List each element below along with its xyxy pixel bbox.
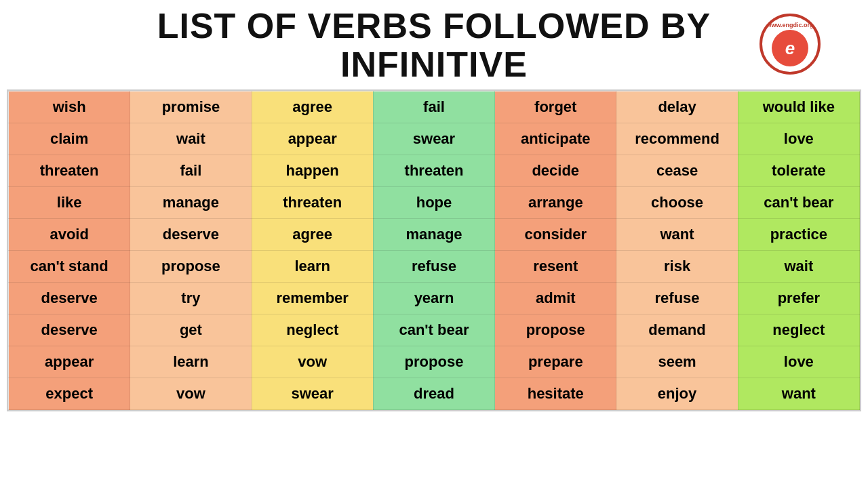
table-cell: threaten [9, 155, 130, 187]
logo-text-top: www.engdic.org [766, 22, 813, 28]
table-cell: anticipate [495, 123, 616, 155]
table-cell: get [130, 314, 252, 346]
table-cell: refuse [373, 251, 494, 283]
table-cell: forget [495, 92, 616, 123]
table-cell: love [738, 346, 859, 378]
table-cell: promise [130, 92, 252, 123]
table-cell: risk [616, 251, 738, 283]
table-cell: agree [252, 92, 373, 123]
table-cell: learn [252, 251, 373, 283]
table-cell: fail [373, 92, 494, 123]
table-cell: recommend [616, 123, 738, 155]
table-cell: consider [495, 219, 616, 251]
table-cell: vow [130, 378, 252, 410]
table-cell: try [130, 283, 252, 314]
table-cell: threaten [252, 187, 373, 219]
title-area: LIST OF VERBS FOLLOWED BY INFINITIVE www… [7, 7, 861, 84]
table-cell: deserve [9, 283, 130, 314]
table-cell: neglect [738, 314, 859, 346]
logo-inner: e [772, 30, 808, 66]
table-cell: manage [373, 219, 494, 251]
table-row: likemanagethreatenhopearrangechoosecan't… [9, 187, 860, 219]
table-cell: happen [252, 155, 373, 187]
table-cell: claim [9, 123, 130, 155]
table-cell: seem [616, 346, 738, 378]
table-cell: appear [252, 123, 373, 155]
table-cell: prepare [495, 346, 616, 378]
table-row: deservegetneglectcan't bearproposedemand… [9, 314, 860, 346]
table-cell: yearn [373, 283, 494, 314]
table-row: appearlearnvowproposeprepareseemlove [9, 346, 860, 378]
table-cell: manage [130, 187, 252, 219]
table-cell: dread [373, 378, 494, 410]
table-cell: wait [738, 251, 859, 283]
table-row: threatenfailhappenthreatendecideceasetol… [9, 155, 860, 187]
table-row: expectvowsweardreadhesitateenjoywant [9, 378, 860, 410]
table-row: claimwaitappearswearanticipaterecommendl… [9, 123, 860, 155]
table-cell: hesitate [495, 378, 616, 410]
table-cell: tolerate [738, 155, 859, 187]
table-row: wishpromiseagreefailforgetdelaywould lik… [9, 92, 860, 123]
table-cell: can't bear [738, 187, 859, 219]
table-cell: neglect [252, 314, 373, 346]
title-line2-text: INFINITIVE [340, 45, 528, 84]
table-cell: want [616, 219, 738, 251]
table-cell: demand [616, 314, 738, 346]
table-cell: propose [130, 251, 252, 283]
table-cell: can't stand [9, 251, 130, 283]
table-cell: avoid [9, 219, 130, 251]
table-cell: cease [616, 155, 738, 187]
table-cell: would like [738, 92, 859, 123]
table-row: avoiddeserveagreemanageconsiderwantpract… [9, 219, 860, 251]
table-cell: prefer [738, 283, 859, 314]
logo-badge: www.engdic.org e [760, 14, 821, 75]
table-cell: decide [495, 155, 616, 187]
table-row: can't standproposelearnrefuseresentriskw… [9, 251, 860, 283]
title-line2: INFINITIVE [7, 45, 861, 84]
table-cell: swear [252, 378, 373, 410]
table-cell: wait [130, 123, 252, 155]
verbs-table: wishpromiseagreefailforgetdelaywould lik… [8, 91, 860, 410]
table-cell: wish [9, 92, 130, 123]
table-cell: propose [495, 314, 616, 346]
table-cell: deserve [130, 219, 252, 251]
main-title: LIST OF VERBS FOLLOWED BY INFINITIVE [7, 7, 861, 84]
table-cell: arrange [495, 187, 616, 219]
table-cell: appear [9, 346, 130, 378]
logo-letter: e [785, 38, 795, 59]
table-cell: deserve [9, 314, 130, 346]
table-container: wishpromiseagreefailforgetdelaywould lik… [7, 89, 861, 411]
table-cell: admit [495, 283, 616, 314]
table-cell: want [738, 378, 859, 410]
table-cell: expect [9, 378, 130, 410]
table-cell: swear [373, 123, 494, 155]
table-cell: threaten [373, 155, 494, 187]
table-cell: love [738, 123, 859, 155]
table-cell: vow [252, 346, 373, 378]
table-cell: enjoy [616, 378, 738, 410]
table-cell: practice [738, 219, 859, 251]
table-cell: hope [373, 187, 494, 219]
table-cell: fail [130, 155, 252, 187]
table-cell: delay [616, 92, 738, 123]
table-cell: learn [130, 346, 252, 378]
table-cell: refuse [616, 283, 738, 314]
table-cell: resent [495, 251, 616, 283]
table-cell: choose [616, 187, 738, 219]
table-cell: remember [252, 283, 373, 314]
table-cell: agree [252, 219, 373, 251]
title-line1: LIST OF VERBS FOLLOWED BY [7, 7, 861, 45]
table-cell: like [9, 187, 130, 219]
page-wrapper: LIST OF VERBS FOLLOWED BY INFINITIVE www… [0, 0, 868, 418]
table-cell: can't bear [373, 314, 494, 346]
table-row: deservetryrememberyearnadmitrefuseprefer [9, 283, 860, 314]
table-cell: propose [373, 346, 494, 378]
